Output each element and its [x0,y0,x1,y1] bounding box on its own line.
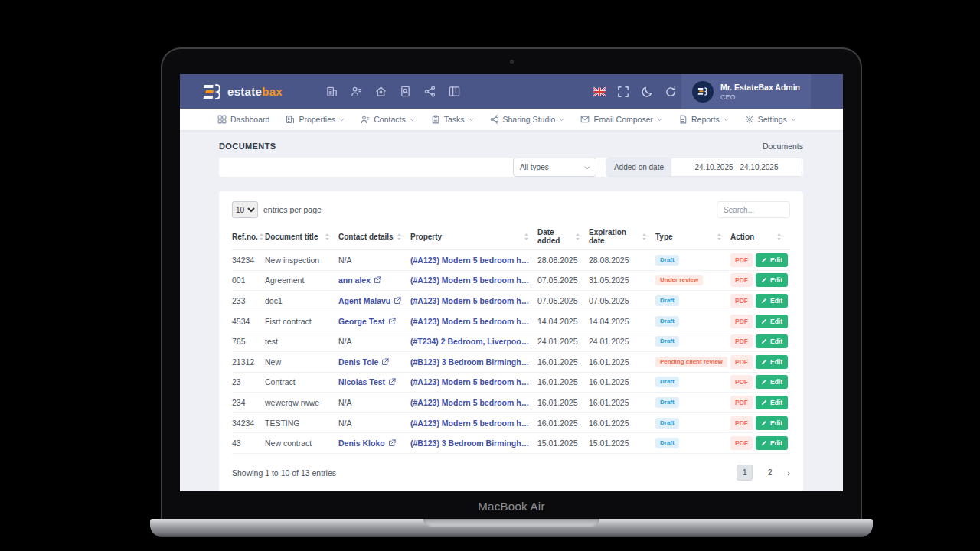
cell-type: Draft [655,397,730,408]
pdf-button[interactable]: PDF [730,315,753,328]
pdf-button[interactable]: PDF [730,436,753,450]
nav-item-label: Email Composer [593,115,653,124]
contact-link[interactable]: Agent Malavu [338,296,401,305]
pdf-button[interactable]: PDF [730,355,753,369]
pdf-button[interactable]: PDF [730,375,753,389]
column-header-ref-no-[interactable]: Ref.no. [232,228,265,245]
fullscreen-icon[interactable] [617,86,629,98]
nav-item-label: Contacts [374,115,405,124]
document-search-icon[interactable] [400,86,411,97]
uk-flag-icon[interactable] [593,86,606,98]
table-header-row: Ref.no.Document titleContact detailsProp… [232,228,790,250]
column-header-property[interactable]: Property [410,228,537,245]
contact-link[interactable]: Denis Kloko [338,439,396,448]
laptop-notch [423,519,599,527]
cell-ref-no: 001 [232,276,265,285]
property-link[interactable]: (#A123) Modern 5 bedroom ho... [410,276,530,285]
pencil-icon [761,399,767,406]
property-link[interactable]: (#A123) Modern 5 bedroom ho... [410,256,530,265]
column-header-type[interactable]: Type [655,228,730,245]
cell-contact-details: N/A [338,256,410,265]
nav-item-email-composer[interactable]: Email Composer [580,115,662,124]
property-link[interactable]: (#T234) 2 Bedroom, Liverpool UK [410,337,530,346]
date-filter-label[interactable]: Added on date [606,158,671,176]
type-filter-select[interactable]: All types [513,158,596,177]
date-range-input[interactable] [671,158,802,176]
column-label: Ref.no. [232,233,258,241]
property-link[interactable]: (#B123) 3 Bedroom Birmingha... [410,439,530,448]
nav-item-tasks[interactable]: Tasks [431,115,474,124]
page-button-2[interactable]: 2 [762,465,778,481]
edit-button[interactable]: Edit [756,436,788,450]
cell-document-title: Fisrt contract [265,317,338,326]
pdf-button[interactable]: PDF [730,416,753,430]
kanban-icon[interactable] [449,86,460,97]
edit-button[interactable]: Edit [756,334,788,348]
column-header-document-title[interactable]: Document title [265,228,338,245]
edit-button[interactable]: Edit [756,396,788,409]
contacts-icon[interactable] [351,86,362,97]
pdf-button[interactable]: PDF [730,294,753,308]
column-header-date-added[interactable]: Date added [537,228,589,245]
edit-button[interactable]: Edit [756,416,788,430]
contact-link[interactable]: Denis Tole [338,357,389,367]
nav-item-reports[interactable]: Reports [678,115,729,124]
edit-button[interactable]: Edit [756,253,788,267]
dark-mode-icon[interactable] [641,86,653,98]
property-link[interactable]: (#A123) Modern 5 bedroom ho... [410,296,530,305]
property-link[interactable]: (#B123) 3 Bedroom Birmingha... [410,357,530,367]
cell-contact-details: ann alex [338,276,410,285]
cell-document-title: Contract [265,377,338,386]
refresh-icon[interactable] [665,86,677,98]
pdf-button[interactable]: PDF [730,273,753,287]
column-label: Date added [537,228,574,245]
cell-date-added: 07.05.2025 [537,296,589,305]
nav-item-settings[interactable]: Settings [745,115,796,124]
contact-link[interactable]: ann alex [338,276,381,285]
column-header-action[interactable]: Action [730,228,790,245]
page-size-select[interactable]: 10 [232,201,258,218]
properties-icon[interactable] [326,86,338,97]
column-header-expiration-date[interactable]: Expiration date [589,228,655,245]
share-icon[interactable] [424,86,436,97]
table-row: 001Agreementann alex(#A123) Modern 5 bed… [232,271,790,292]
nav-item-sharing-studio[interactable]: Sharing Studio [490,115,565,124]
search-input[interactable] [717,201,790,218]
edit-button[interactable]: Edit [756,294,788,308]
edit-button[interactable]: Edit [756,375,788,389]
edit-button[interactable]: Edit [756,355,788,369]
edit-button[interactable]: Edit [756,315,788,328]
table-row: 21312NewDenis Tole(#B123) 3 Bedroom Birm… [232,352,790,373]
property-link[interactable]: (#A123) Modern 5 bedroom ho... [410,377,530,386]
nav-item-contacts[interactable]: Contacts [361,115,414,124]
cell-ref-no: 34234 [232,419,265,428]
home-icon[interactable] [375,86,387,97]
user-profile-menu[interactable]: Mr. EstateBax Admin CEO [681,74,811,109]
pdf-button[interactable]: PDF [730,396,753,409]
table-body: 34234New inspectionN/A(#A123) Modern 5 b… [232,250,790,454]
edit-button[interactable]: Edit [756,273,788,287]
cell-date-added: 24.01.2025 [537,337,589,346]
column-header-contact-details[interactable]: Contact details [338,228,410,245]
table-row: 765testN/A(#T234) 2 Bedroom, Liverpool U… [232,331,790,352]
edit-button-label: Edit [770,256,782,264]
breadcrumb: Documents [763,142,803,151]
external-link-icon [381,358,389,366]
page-button-1[interactable]: 1 [737,465,753,481]
external-link-icon [374,276,381,284]
contact-link[interactable]: George Test [338,317,396,326]
title-row: DOCUMENTS Documents [219,142,803,151]
contact-name: ann alex [338,276,371,285]
pencil-icon [761,338,767,344]
property-link[interactable]: (#A123) Modern 5 bedroom ho... [410,317,530,326]
next-page-button[interactable]: › [787,468,790,478]
property-link[interactable]: (#A123) Modern 5 bedroom ho... [410,398,530,407]
contact-link[interactable]: Nicolas Test [338,377,396,386]
brand-logo[interactable]: estatebax [202,82,283,102]
property-link[interactable]: (#A123) Modern 5 bedroom ho... [410,419,530,428]
pdf-button[interactable]: PDF [730,334,753,348]
cell-expiration-date: 16.01.2025 [589,398,655,407]
nav-item-dashboard[interactable]: Dashboard [217,115,270,124]
nav-item-properties[interactable]: Properties [286,115,345,124]
pdf-button[interactable]: PDF [730,253,753,267]
